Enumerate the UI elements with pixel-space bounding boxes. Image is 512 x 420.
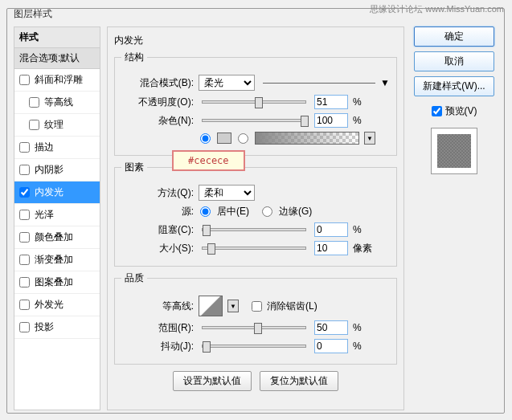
size-input[interactable] (314, 241, 348, 255)
quality-title: 品质 (121, 271, 147, 285)
jitter-slider[interactable] (202, 345, 306, 348)
style-label: 投影 (35, 320, 54, 334)
source-edge-label: 边缘(G) (279, 205, 312, 218)
dialog-title: 图层样式 (14, 7, 52, 21)
dropdown-icon[interactable]: ▼ (380, 77, 390, 88)
technique-label: 方法(Q): (121, 186, 194, 200)
style-item[interactable]: 颜色叠加 (14, 226, 100, 249)
contour-picker[interactable] (199, 296, 223, 316)
watermark-text: 思缘设计论坛 www.MissYuan.com (370, 3, 504, 15)
opacity-input[interactable] (314, 95, 348, 109)
antialias-checkbox[interactable] (252, 301, 262, 312)
style-label: 颜色叠加 (35, 230, 73, 244)
style-checkbox[interactable] (19, 232, 30, 243)
opacity-unit: % (353, 96, 377, 108)
style-checkbox[interactable] (19, 75, 30, 85)
style-checkbox[interactable] (19, 322, 30, 332)
preview-thumbnail (431, 128, 477, 174)
structure-group: 结构 混合模式(B): 柔光 ▼ 不透明度(O): % 杂色(N): (114, 51, 397, 156)
style-checkbox[interactable] (19, 300, 30, 310)
range-label: 范围(R): (121, 321, 194, 335)
styles-header[interactable]: 样式 (14, 27, 100, 48)
contour-label: 等高线: (121, 300, 194, 313)
jitter-label: 抖动(J): (121, 340, 194, 353)
style-item[interactable]: 纹理 (14, 114, 100, 137)
size-unit: 像素 (353, 242, 377, 255)
source-edge-radio[interactable] (262, 206, 272, 217)
noise-unit: % (353, 115, 377, 126)
style-item[interactable]: 外发光 (14, 294, 100, 316)
contour-dropdown-icon[interactable]: ▼ (227, 300, 239, 312)
jitter-input[interactable] (314, 339, 348, 353)
new-style-button[interactable]: 新建样式(W)... (414, 76, 494, 96)
style-item[interactable]: 光泽 (14, 204, 100, 226)
technique-select[interactable]: 柔和 (199, 185, 255, 201)
style-label: 外发光 (35, 298, 63, 312)
opacity-label: 不透明度(O): (121, 96, 194, 109)
preview-checkbox[interactable] (432, 106, 442, 116)
style-item[interactable]: 内阴影 (14, 159, 100, 181)
elements-title: 图素 (121, 161, 147, 174)
reset-default-button[interactable]: 复位为默认值 (260, 371, 338, 391)
color-radio[interactable] (200, 133, 211, 144)
style-label: 光泽 (35, 208, 54, 222)
action-panel: 确定 取消 新建样式(W)... 预览(V) (411, 27, 498, 410)
style-checkbox[interactable] (19, 142, 30, 153)
style-checkbox[interactable] (29, 120, 39, 130)
gradient-dropdown-icon[interactable]: ▼ (364, 132, 375, 145)
source-label: 源: (121, 205, 194, 218)
blend-mode-select[interactable]: 柔光 (199, 75, 255, 91)
style-label: 图案叠加 (35, 275, 73, 289)
styles-list-panel: 样式 混合选项:默认 斜面和浮雕等高线纹理描边内阴影内发光光泽颜色叠加渐变叠加图… (14, 27, 100, 410)
gradient-radio[interactable] (238, 133, 248, 144)
source-center-radio[interactable] (200, 206, 211, 217)
settings-panel: 内发光 结构 混合模式(B): 柔光 ▼ 不透明度(O): % 杂色(N): (107, 27, 404, 410)
style-label: 斜面和浮雕 (35, 73, 83, 87)
style-checkbox[interactable] (19, 210, 30, 220)
blending-options[interactable]: 混合选项:默认 (14, 48, 100, 69)
cancel-button[interactable]: 取消 (414, 51, 494, 71)
size-label: 大小(S): (121, 242, 194, 255)
layer-style-dialog: 图层样式 样式 混合选项:默认 斜面和浮雕等高线纹理描边内阴影内发光光泽颜色叠加… (6, 8, 505, 414)
style-item[interactable]: 等高线 (14, 92, 100, 114)
size-slider[interactable] (202, 247, 306, 250)
style-label: 内发光 (35, 186, 63, 199)
style-checkbox[interactable] (19, 187, 30, 198)
antialias-label: 消除锯齿(L) (267, 300, 317, 313)
style-checkbox[interactable] (19, 255, 30, 265)
style-label: 纹理 (44, 118, 63, 132)
style-checkbox[interactable] (19, 165, 30, 175)
set-default-button[interactable]: 设置为默认值 (173, 371, 252, 391)
style-item[interactable]: 图案叠加 (14, 271, 100, 294)
noise-slider[interactable] (202, 119, 306, 122)
panel-title: 内发光 (114, 34, 397, 47)
range-input[interactable] (314, 320, 348, 335)
style-item[interactable]: 描边 (14, 137, 100, 159)
choke-label: 阻塞(C): (121, 223, 194, 237)
style-checkbox[interactable] (29, 97, 39, 108)
style-label: 等高线 (44, 96, 73, 109)
style-label: 内阴影 (35, 163, 63, 177)
elements-group: 图素 方法(Q): 柔和 源: 居中(E) 边缘(G) 阻塞(C): % (114, 161, 397, 267)
range-slider[interactable] (202, 326, 306, 329)
style-label: 描边 (35, 141, 54, 154)
style-item[interactable]: 渐变叠加 (14, 249, 100, 271)
style-item[interactable]: 投影 (14, 316, 100, 339)
ok-button[interactable]: 确定 (414, 27, 494, 47)
noise-label: 杂色(N): (121, 114, 194, 128)
gradient-picker[interactable] (255, 132, 359, 145)
color-swatch[interactable] (217, 133, 231, 144)
jitter-unit: % (353, 340, 377, 352)
style-item[interactable]: 内发光 (14, 181, 100, 204)
color-callout: #cecece (172, 150, 245, 171)
choke-slider[interactable] (202, 228, 306, 231)
choke-input[interactable] (314, 222, 348, 237)
style-checkbox[interactable] (19, 277, 30, 287)
choke-unit: % (353, 224, 377, 235)
noise-input[interactable] (314, 113, 348, 128)
opacity-slider[interactable] (202, 100, 306, 104)
preview-label: 预览(V) (445, 104, 477, 118)
style-item[interactable]: 斜面和浮雕 (14, 69, 100, 92)
range-unit: % (353, 322, 377, 333)
structure-title: 结构 (121, 51, 147, 64)
